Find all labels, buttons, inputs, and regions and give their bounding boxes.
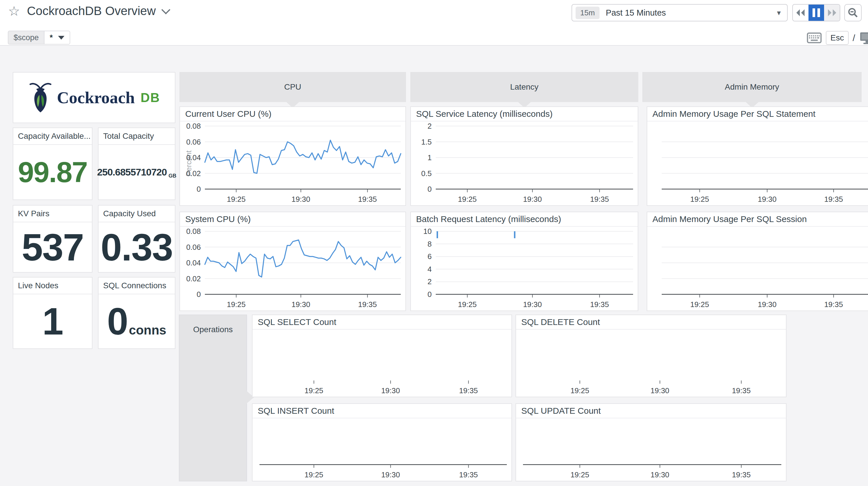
svg-text:2: 2 [428,122,432,131]
svg-text:19:35: 19:35 [732,386,751,395]
svg-text:19:35: 19:35 [824,300,843,309]
svg-text:19:35: 19:35 [590,195,609,203]
group-label: Latency [510,82,538,92]
group-header-latency[interactable]: Latency [410,72,638,102]
svg-text:19:35: 19:35 [590,300,609,309]
chart-sql-select-count[interactable]: SQL SELECT Count 19:2519:3019:35 [252,315,512,397]
time-range-badge: 15m [576,7,599,19]
cockroachdb-logo-card: Cockroach DB [13,72,176,123]
stat-card-total-capacity[interactable]: Total Capacity 250.6855710720GB [98,127,176,200]
stat-unit: conns [129,323,166,337]
page-title: CockroachDB Overview [27,4,156,18]
chart-plot: 19:2519:3019:35 [516,330,786,397]
scope-var-value: * [50,33,53,42]
chart-batch-request-latency[interactable]: Batch Request Latency (milliseconds) 108… [410,211,638,311]
svg-text:0.02: 0.02 [186,169,201,178]
magnifier-minus-icon [847,7,859,19]
svg-text:0: 0 [428,185,432,193]
cockroach-bug-icon [28,82,53,114]
chart-current-user-cpu[interactable]: Current User CPU (%) Percent0.080.060.04… [180,106,406,206]
esc-key-hint: Esc [826,31,849,45]
group-header-cpu[interactable]: CPU [180,72,406,102]
svg-text:1.5: 1.5 [421,138,432,146]
stat-value: 250.6855710720 [97,167,167,178]
svg-text:0.08: 0.08 [186,227,201,236]
svg-text:19:25: 19:25 [690,300,709,309]
svg-text:19:25: 19:25 [570,470,589,479]
keyboard-hints: Esc / [807,31,868,45]
chart-title: Admin Memory Usage Per SQL Session [647,212,868,227]
chart-plot: 19:2519:3019:35 [516,418,786,481]
svg-text:19:25: 19:25 [305,386,323,395]
stat-label: KV Pairs [13,205,92,222]
stat-label: Live Nodes [13,278,92,294]
svg-text:4: 4 [428,265,432,274]
svg-text:0.5: 0.5 [421,169,432,178]
svg-text:19:30: 19:30 [523,195,542,203]
svg-text:19:35: 19:35 [732,470,751,479]
svg-text:19:30: 19:30 [650,386,669,395]
keyboard-icon [807,32,822,44]
svg-text:6: 6 [428,252,432,261]
stat-card-live-nodes[interactable]: Live Nodes 1 [13,277,92,349]
chart-plot: Percent0.080.060.040.02019:2519:3019:35 [180,121,405,205]
svg-text:19:30: 19:30 [757,195,776,203]
chevron-down-icon[interactable] [161,5,170,14]
svg-text:0.04: 0.04 [186,258,201,267]
svg-text:19:30: 19:30 [650,470,669,479]
scope-var-name: $scope [8,31,44,45]
stat-card-sql-connections[interactable]: SQL Connections 0conns [98,277,176,349]
svg-text:10: 10 [423,227,432,236]
dashboard-title-group[interactable]: ☆ CockroachDB Overview [8,4,169,18]
svg-text:19:35: 19:35 [824,195,843,203]
svg-text:19:30: 19:30 [381,470,400,479]
stat-unit: GB [168,173,176,179]
zoom-out-button[interactable] [844,4,862,21]
svg-text:19:35: 19:35 [358,195,377,203]
group-header-operations[interactable]: Operations [179,315,247,481]
stat-card-capacity-available[interactable]: Capacity Available... 99.87 [13,127,92,200]
logo-suffix: DB [141,90,160,105]
svg-text:19:25: 19:25 [227,195,246,203]
rewind-button[interactable] [793,5,808,21]
svg-text:19:25: 19:25 [305,470,323,479]
chart-plot: 19:2519:3019:35 [647,227,868,311]
stat-label: Capacity Available... [13,128,92,145]
monitor-icon[interactable] [859,31,868,45]
stat-value: 0 [107,299,128,343]
slash-separator: / [853,33,855,44]
scope-var-value-dropdown[interactable]: * [44,31,70,45]
chart-sql-service-latency[interactable]: SQL Service Latency (milliseconds) 21.51… [410,106,638,206]
chart-admin-memory-per-statement[interactable]: Admin Memory Usage Per SQL Statement 19:… [647,106,868,206]
svg-text:0.02: 0.02 [186,275,201,283]
chart-title: Current User CPU (%) [180,107,405,121]
chart-title: SQL Service Latency (milliseconds) [411,107,638,121]
chart-title: SQL SELECT Count [252,315,512,330]
template-var-scope[interactable]: $scope * [8,31,70,45]
stat-value: 537 [22,226,84,269]
chart-system-cpu[interactable]: System CPU (%) 0.080.060.040.02019:2519:… [180,211,406,311]
chart-plot: 19:2519:3019:35 [252,418,512,481]
chart-title: System CPU (%) [180,212,405,227]
chart-sql-update-count[interactable]: SQL UPDATE Count 19:2519:3019:35 [516,403,786,481]
svg-text:19:30: 19:30 [291,195,310,203]
logo-wordmark: Cockroach [57,88,135,107]
svg-text:19:30: 19:30 [291,300,310,309]
fast-forward-button[interactable] [824,5,840,21]
svg-text:0.06: 0.06 [186,243,201,252]
chart-sql-delete-count[interactable]: SQL DELETE Count 19:2519:3019:35 [516,315,786,397]
svg-text:19:25: 19:25 [458,300,477,309]
chart-plot: 0.080.060.040.02019:2519:3019:35 [180,227,405,311]
favorite-star-icon[interactable]: ☆ [8,4,20,18]
time-range-selector[interactable]: 15m Past 15 Minutes ▾ [571,4,788,21]
group-header-admin-memory[interactable]: Admin Memory [642,72,862,102]
chart-admin-memory-per-session[interactable]: Admin Memory Usage Per SQL Session 19:25… [647,211,868,311]
stat-card-capacity-used[interactable]: Capacity Used 0.33 [98,205,176,273]
pause-button[interactable] [808,5,824,21]
chart-sql-insert-count[interactable]: SQL INSERT Count 19:2519:3019:35 [252,403,512,481]
chart-title: SQL INSERT Count [252,404,512,418]
time-range-caret-icon: ▾ [777,8,781,17]
stat-card-kv-pairs[interactable]: KV Pairs 537 [13,205,92,273]
chart-plot: 21.510.5019:2519:3019:35 [411,121,638,205]
svg-text:19:30: 19:30 [523,300,542,309]
